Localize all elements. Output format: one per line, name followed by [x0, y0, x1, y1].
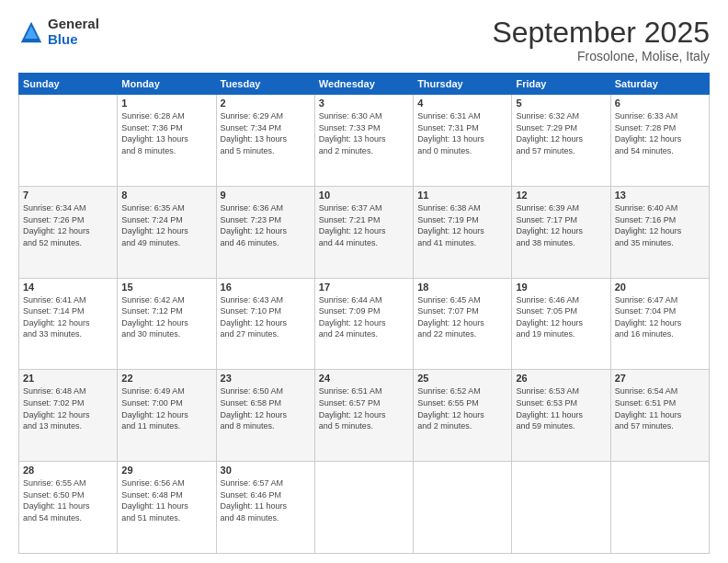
day-cell	[414, 462, 512, 554]
day-cell: 13Sunrise: 6:40 AM Sunset: 7:16 PM Dayli…	[610, 186, 709, 278]
day-number: 1	[121, 98, 211, 109]
weekday-header-wednesday: Wednesday	[314, 74, 413, 95]
day-number: 22	[121, 373, 211, 384]
day-number: 24	[319, 373, 409, 384]
day-number: 23	[221, 373, 311, 384]
weekday-header-saturday: Saturday	[610, 74, 709, 95]
weekday-header-thursday: Thursday	[414, 74, 512, 95]
day-number: 27	[615, 373, 705, 384]
week-row-4: 28Sunrise: 6:55 AM Sunset: 6:50 PM Dayli…	[19, 462, 710, 554]
day-info: Sunrise: 6:40 AM Sunset: 7:16 PM Dayligh…	[615, 202, 705, 248]
day-cell: 18Sunrise: 6:45 AM Sunset: 7:07 PM Dayli…	[414, 278, 512, 370]
day-number: 29	[121, 465, 211, 476]
day-cell: 27Sunrise: 6:54 AM Sunset: 6:51 PM Dayli…	[610, 370, 709, 462]
day-cell: 23Sunrise: 6:50 AM Sunset: 6:58 PM Dayli…	[216, 370, 314, 462]
day-info: Sunrise: 6:30 AM Sunset: 7:33 PM Dayligh…	[319, 110, 409, 156]
logo: General Blue	[18, 17, 99, 47]
day-cell: 3Sunrise: 6:30 AM Sunset: 7:33 PM Daylig…	[314, 95, 413, 187]
day-cell: 5Sunrise: 6:32 AM Sunset: 7:29 PM Daylig…	[512, 95, 610, 187]
week-row-1: 7Sunrise: 6:34 AM Sunset: 7:26 PM Daylig…	[19, 186, 710, 278]
day-cell: 14Sunrise: 6:41 AM Sunset: 7:14 PM Dayli…	[19, 278, 118, 370]
day-info: Sunrise: 6:29 AM Sunset: 7:34 PM Dayligh…	[221, 110, 311, 156]
month-title: September 2025	[492, 17, 710, 49]
day-number: 28	[23, 465, 113, 476]
day-number: 7	[23, 190, 113, 201]
weekday-header-sunday: Sunday	[19, 74, 118, 95]
day-cell: 29Sunrise: 6:56 AM Sunset: 6:48 PM Dayli…	[118, 462, 216, 554]
week-row-0: 1Sunrise: 6:28 AM Sunset: 7:36 PM Daylig…	[19, 95, 710, 187]
day-info: Sunrise: 6:28 AM Sunset: 7:36 PM Dayligh…	[121, 110, 211, 156]
logo-general: General	[48, 17, 99, 32]
weekday-header-monday: Monday	[118, 74, 216, 95]
weekday-header-row: SundayMondayTuesdayWednesdayThursdayFrid…	[19, 74, 710, 95]
day-cell: 17Sunrise: 6:44 AM Sunset: 7:09 PM Dayli…	[314, 278, 413, 370]
day-cell: 26Sunrise: 6:53 AM Sunset: 6:53 PM Dayli…	[512, 370, 610, 462]
day-number: 30	[221, 465, 311, 476]
day-info: Sunrise: 6:34 AM Sunset: 7:26 PM Dayligh…	[23, 202, 113, 248]
day-info: Sunrise: 6:49 AM Sunset: 7:00 PM Dayligh…	[121, 385, 211, 431]
day-info: Sunrise: 6:32 AM Sunset: 7:29 PM Dayligh…	[516, 110, 606, 156]
day-number: 11	[417, 190, 507, 201]
day-cell: 9Sunrise: 6:36 AM Sunset: 7:23 PM Daylig…	[216, 186, 314, 278]
day-info: Sunrise: 6:45 AM Sunset: 7:07 PM Dayligh…	[417, 294, 507, 340]
day-number: 21	[23, 373, 113, 384]
day-info: Sunrise: 6:35 AM Sunset: 7:24 PM Dayligh…	[121, 202, 211, 248]
day-cell: 19Sunrise: 6:46 AM Sunset: 7:05 PM Dayli…	[512, 278, 610, 370]
calendar-table: SundayMondayTuesdayWednesdayThursdayFrid…	[18, 73, 710, 554]
day-number: 25	[417, 373, 507, 384]
day-info: Sunrise: 6:50 AM Sunset: 6:58 PM Dayligh…	[221, 385, 311, 431]
day-cell: 1Sunrise: 6:28 AM Sunset: 7:36 PM Daylig…	[118, 95, 216, 187]
day-number: 26	[516, 373, 606, 384]
day-info: Sunrise: 6:44 AM Sunset: 7:09 PM Dayligh…	[319, 294, 409, 340]
week-row-3: 21Sunrise: 6:48 AM Sunset: 7:02 PM Dayli…	[19, 370, 710, 462]
day-number: 9	[221, 190, 311, 201]
day-number: 20	[615, 282, 705, 293]
day-number: 3	[319, 98, 409, 109]
weekday-header-friday: Friday	[512, 74, 610, 95]
day-number: 12	[516, 190, 606, 201]
day-cell: 22Sunrise: 6:49 AM Sunset: 7:00 PM Dayli…	[118, 370, 216, 462]
day-cell: 25Sunrise: 6:52 AM Sunset: 6:55 PM Dayli…	[414, 370, 512, 462]
day-cell: 24Sunrise: 6:51 AM Sunset: 6:57 PM Dayli…	[314, 370, 413, 462]
day-info: Sunrise: 6:37 AM Sunset: 7:21 PM Dayligh…	[319, 202, 409, 248]
day-info: Sunrise: 6:53 AM Sunset: 6:53 PM Dayligh…	[516, 385, 606, 431]
title-block: September 2025 Frosolone, Molise, Italy	[492, 17, 710, 63]
header: General Blue September 2025 Frosolone, M…	[18, 17, 710, 63]
day-number: 19	[516, 282, 606, 293]
logo-blue: Blue	[48, 32, 99, 48]
day-cell	[610, 462, 709, 554]
day-info: Sunrise: 6:31 AM Sunset: 7:31 PM Dayligh…	[417, 110, 507, 156]
day-number: 4	[417, 98, 507, 109]
day-info: Sunrise: 6:46 AM Sunset: 7:05 PM Dayligh…	[516, 294, 606, 340]
day-info: Sunrise: 6:51 AM Sunset: 6:57 PM Dayligh…	[319, 385, 409, 431]
day-number: 18	[417, 282, 507, 293]
day-cell: 16Sunrise: 6:43 AM Sunset: 7:10 PM Dayli…	[216, 278, 314, 370]
day-info: Sunrise: 6:55 AM Sunset: 6:50 PM Dayligh…	[23, 477, 113, 523]
day-cell: 6Sunrise: 6:33 AM Sunset: 7:28 PM Daylig…	[610, 95, 709, 187]
day-cell: 11Sunrise: 6:38 AM Sunset: 7:19 PM Dayli…	[414, 186, 512, 278]
logo-text: General Blue	[48, 17, 99, 47]
day-info: Sunrise: 6:38 AM Sunset: 7:19 PM Dayligh…	[417, 202, 507, 248]
day-cell: 7Sunrise: 6:34 AM Sunset: 7:26 PM Daylig…	[19, 186, 118, 278]
day-number: 14	[23, 282, 113, 293]
day-cell: 2Sunrise: 6:29 AM Sunset: 7:34 PM Daylig…	[216, 95, 314, 187]
day-cell	[314, 462, 413, 554]
day-info: Sunrise: 6:39 AM Sunset: 7:17 PM Dayligh…	[516, 202, 606, 248]
day-number: 10	[319, 190, 409, 201]
day-info: Sunrise: 6:48 AM Sunset: 7:02 PM Dayligh…	[23, 385, 113, 431]
weekday-header-tuesday: Tuesday	[216, 74, 314, 95]
day-info: Sunrise: 6:47 AM Sunset: 7:04 PM Dayligh…	[615, 294, 705, 340]
day-info: Sunrise: 6:41 AM Sunset: 7:14 PM Dayligh…	[23, 294, 113, 340]
day-number: 17	[319, 282, 409, 293]
day-number: 13	[615, 190, 705, 201]
day-info: Sunrise: 6:52 AM Sunset: 6:55 PM Dayligh…	[417, 385, 507, 431]
day-cell: 20Sunrise: 6:47 AM Sunset: 7:04 PM Dayli…	[610, 278, 709, 370]
day-info: Sunrise: 6:43 AM Sunset: 7:10 PM Dayligh…	[221, 294, 311, 340]
day-number: 16	[221, 282, 311, 293]
day-cell: 21Sunrise: 6:48 AM Sunset: 7:02 PM Dayli…	[19, 370, 118, 462]
week-row-2: 14Sunrise: 6:41 AM Sunset: 7:14 PM Dayli…	[19, 278, 710, 370]
day-cell: 28Sunrise: 6:55 AM Sunset: 6:50 PM Dayli…	[19, 462, 118, 554]
day-info: Sunrise: 6:36 AM Sunset: 7:23 PM Dayligh…	[221, 202, 311, 248]
day-cell: 30Sunrise: 6:57 AM Sunset: 6:46 PM Dayli…	[216, 462, 314, 554]
day-info: Sunrise: 6:42 AM Sunset: 7:12 PM Dayligh…	[121, 294, 211, 340]
